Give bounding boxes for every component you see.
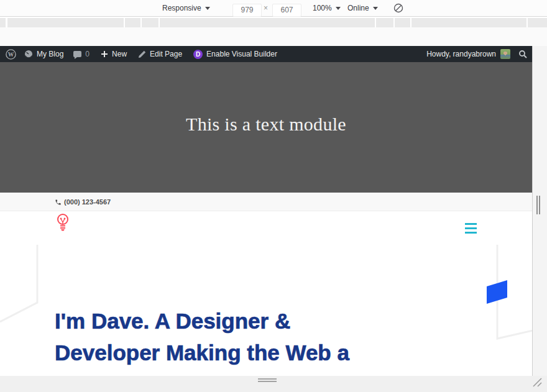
comment-icon xyxy=(73,51,81,57)
network-throttle-selector[interactable]: Online xyxy=(347,0,378,16)
hero-heading: I'm Dave. A Designer & Developer Making … xyxy=(55,305,349,368)
howdy-account-menu[interactable]: Howdy, randyabrown xyxy=(426,50,496,58)
device-selector[interactable]: Responsive xyxy=(162,0,210,16)
hamburger-menu-button[interactable] xyxy=(465,223,477,236)
lightbulb-logo[interactable] xyxy=(56,213,70,232)
chevron-down-icon xyxy=(336,7,341,10)
viewport-width-input[interactable]: 979 xyxy=(232,4,262,17)
device-selector-label: Responsive xyxy=(162,4,201,12)
avatar[interactable] xyxy=(500,49,510,59)
hamburger-icon xyxy=(465,223,477,225)
viewport-width-field[interactable]: 979 xyxy=(232,2,262,18)
svg-text:W: W xyxy=(8,51,14,57)
hero-heading-line1: I'm Dave. A Designer & xyxy=(55,305,349,337)
site-menu[interactable]: My Blog xyxy=(24,46,63,62)
zoom-selector[interactable]: 100% xyxy=(313,0,341,16)
hero-heading-line2: Developer Making the Web a xyxy=(55,337,349,368)
rdm-toolbar: Responsive 979 × 607 100% Online xyxy=(0,0,547,17)
top-phone-bar: (000) 123-4567 xyxy=(0,193,532,211)
edit-page-menu[interactable]: Edit Page xyxy=(138,46,182,62)
rdm-right-gutter xyxy=(533,46,547,376)
edit-page-label: Edit Page xyxy=(150,50,182,58)
responsive-viewport: W My Blog 0 New Edit Page xyxy=(0,46,533,376)
phone-icon xyxy=(55,199,62,206)
pencil-icon xyxy=(138,50,146,58)
new-content-menu[interactable]: New xyxy=(101,46,127,62)
dark-banner-section: This is a text module xyxy=(0,62,532,193)
viewport-resize-handle-bottom[interactable] xyxy=(258,378,277,383)
comments-menu[interactable]: 0 xyxy=(73,46,90,62)
network-status-label: Online xyxy=(347,4,369,12)
new-label: New xyxy=(112,50,127,58)
viewport-height-field[interactable]: 607 xyxy=(272,2,301,18)
site-name-label: My Blog xyxy=(37,50,63,58)
rdm-bottom-bar xyxy=(0,376,547,392)
phone-number[interactable]: (000) 123-4567 xyxy=(64,198,111,206)
text-module: This is a text module xyxy=(0,114,532,135)
hero-section: I'm Dave. A Designer & Developer Making … xyxy=(0,245,532,376)
enable-visual-builder-menu[interactable]: D Enable Visual Builder xyxy=(193,46,277,62)
chevron-down-icon xyxy=(205,7,210,10)
chevron-down-icon xyxy=(373,7,378,10)
rotate-viewport-icon xyxy=(393,2,404,14)
dimension-separator: × xyxy=(264,0,268,16)
wordpress-logo-icon: W xyxy=(6,49,16,60)
site-header xyxy=(0,211,532,245)
search-icon[interactable] xyxy=(518,50,527,58)
divi-icon: D xyxy=(193,50,203,59)
browser-tab-strip xyxy=(0,18,547,27)
comments-count: 0 xyxy=(85,50,90,58)
rotate-viewport-button[interactable] xyxy=(393,0,404,16)
zoom-level-label: 100% xyxy=(313,4,332,12)
visual-builder-label: Enable Visual Builder xyxy=(206,50,277,58)
dashboard-icon xyxy=(24,50,33,58)
plus-icon xyxy=(101,50,108,58)
viewport-resize-handle-right[interactable] xyxy=(536,196,540,214)
wp-admin-bar: W My Blog 0 New Edit Page xyxy=(0,46,532,62)
rdm-background xyxy=(0,27,547,46)
viewport-height-input[interactable]: 607 xyxy=(272,4,301,17)
wp-logo-menu[interactable]: W xyxy=(6,46,16,62)
viewport-resize-handle-corner[interactable] xyxy=(531,376,543,388)
